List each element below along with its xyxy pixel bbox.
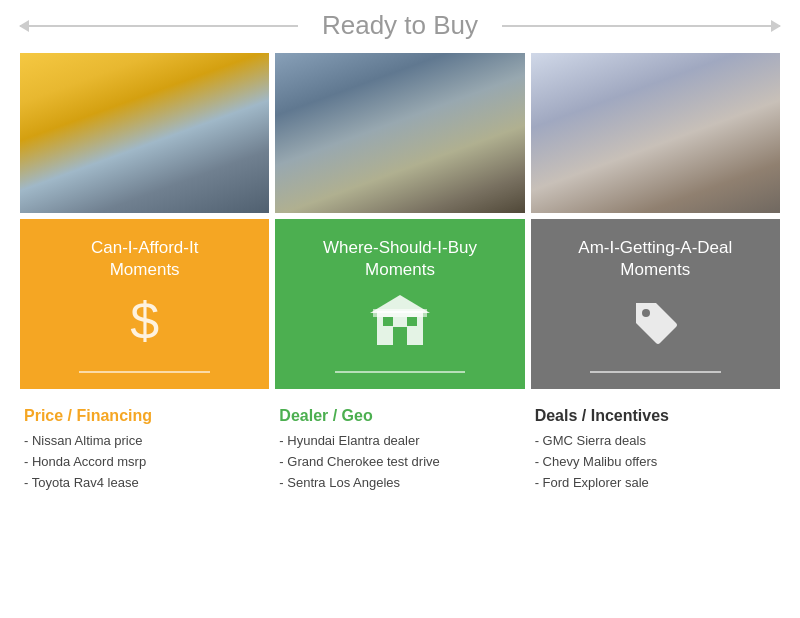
svg-point-17 xyxy=(359,147,377,165)
svg-rect-26 xyxy=(456,161,468,181)
col-dealer: Dealer / Geo Hyundai Elantra dealer Gran… xyxy=(275,407,524,493)
header-row: Ready to Buy xyxy=(20,10,780,41)
card-afford-title: Can-I-Afford-ItMoments xyxy=(91,237,198,281)
list-item: Grand Cherokee test drive xyxy=(279,452,520,473)
col-price: Price / Financing Nissan Altima price Ho… xyxy=(20,407,269,493)
col-price-heading: Price / Financing xyxy=(24,407,265,425)
svg-rect-2 xyxy=(35,63,105,103)
svg-point-48 xyxy=(642,309,650,317)
svg-point-47 xyxy=(671,103,683,123)
svg-rect-28 xyxy=(454,153,478,183)
list-item: GMC Sierra deals xyxy=(535,431,776,452)
svg-point-40 xyxy=(678,151,722,171)
svg-point-21 xyxy=(427,147,445,165)
card-afford-line xyxy=(79,371,209,373)
svg-rect-42 xyxy=(730,138,740,163)
svg-rect-10 xyxy=(280,53,520,113)
card-where-title: Where-Should-I-BuyMoments xyxy=(323,237,477,281)
svg-point-13 xyxy=(288,148,308,168)
page-title: Ready to Buy xyxy=(308,10,492,41)
image-man-table xyxy=(531,53,780,213)
col-dealer-list: Hyundai Elantra dealer Grand Cherokee te… xyxy=(279,431,520,493)
svg-rect-5 xyxy=(65,113,105,183)
svg-line-37 xyxy=(665,141,669,158)
svg-rect-11 xyxy=(280,118,350,156)
svg-rect-3 xyxy=(35,63,105,73)
store-window-left xyxy=(383,317,393,326)
svg-rect-7 xyxy=(175,118,210,148)
right-arrow xyxy=(502,25,780,27)
store-door xyxy=(393,327,407,345)
svg-rect-25 xyxy=(452,151,478,201)
photo2-svg xyxy=(280,53,520,213)
svg-rect-20 xyxy=(430,116,478,130)
svg-rect-16 xyxy=(362,113,412,129)
list-item: Toyota Rav4 lease xyxy=(24,473,265,494)
left-arrow xyxy=(20,25,298,27)
svg-rect-27 xyxy=(458,163,466,177)
col-price-list: Nissan Altima price Honda Accord msrp To… xyxy=(24,431,265,493)
col-deals-list: GMC Sierra deals Chevy Malibu offers For… xyxy=(535,431,776,493)
svg-rect-38 xyxy=(615,153,655,171)
card-where-line xyxy=(335,371,465,373)
col-deals: Deals / Incentives GMC Sierra deals Chev… xyxy=(531,407,780,493)
card-row: Can-I-Afford-ItMoments $ Where-Should-I-… xyxy=(20,219,780,389)
svg-rect-29 xyxy=(535,53,775,213)
svg-rect-33 xyxy=(565,170,745,210)
svg-rect-43 xyxy=(731,135,739,141)
col-deals-heading: Deals / Incentives xyxy=(535,407,776,425)
svg-point-45 xyxy=(633,89,677,117)
tag-svg xyxy=(628,295,682,349)
main-container: Ready to Buy xyxy=(0,0,800,514)
svg-rect-32 xyxy=(555,158,755,170)
svg-rect-39 xyxy=(650,156,685,170)
list-item: Ford Explorer sale xyxy=(535,473,776,494)
svg-point-24 xyxy=(451,122,479,154)
store-window-right xyxy=(407,317,417,326)
col-dealer-heading: Dealer / Geo xyxy=(279,407,520,425)
list-item: Sentra Los Angeles xyxy=(279,473,520,494)
svg-point-18 xyxy=(401,147,419,165)
svg-rect-31 xyxy=(675,58,755,143)
list-item: Nissan Altima price xyxy=(24,431,265,452)
image-cars-lot xyxy=(275,53,524,213)
card-deal: Am-I-Getting-A-DealMoments xyxy=(531,219,780,389)
list-item: Honda Accord msrp xyxy=(24,452,265,473)
image-row xyxy=(20,53,780,213)
svg-rect-30 xyxy=(535,53,775,153)
store-icon xyxy=(373,295,427,345)
card-deal-line xyxy=(590,371,720,373)
dollar-icon: $ xyxy=(130,295,159,347)
text-row: Price / Financing Nissan Altima price Ho… xyxy=(20,407,780,493)
card-deal-title: Am-I-Getting-A-DealMoments xyxy=(578,237,732,281)
svg-line-36 xyxy=(641,141,645,158)
svg-point-22 xyxy=(467,147,485,165)
svg-rect-15 xyxy=(355,123,420,155)
list-item: Chevy Malibu offers xyxy=(535,452,776,473)
svg-point-34 xyxy=(633,91,677,139)
svg-point-4 xyxy=(70,80,100,116)
tag-icon xyxy=(628,295,682,357)
svg-rect-44 xyxy=(661,147,691,158)
svg-rect-9 xyxy=(280,53,520,213)
svg-point-14 xyxy=(328,148,348,168)
svg-rect-23 xyxy=(280,163,520,213)
svg-point-46 xyxy=(627,103,639,123)
list-item: Hyundai Elantra dealer xyxy=(279,431,520,452)
svg-point-41 xyxy=(682,152,718,166)
image-woman-taxi xyxy=(20,53,269,213)
card-where: Where-Should-I-BuyMoments xyxy=(275,219,524,389)
photo1-svg xyxy=(25,53,265,213)
svg-rect-8 xyxy=(215,118,255,148)
svg-rect-1 xyxy=(25,53,115,213)
svg-rect-6 xyxy=(165,113,265,193)
svg-rect-12 xyxy=(288,108,342,126)
photo3-svg xyxy=(535,53,775,213)
store-body xyxy=(377,311,423,345)
card-afford: Can-I-Afford-ItMoments $ xyxy=(20,219,269,389)
svg-rect-19 xyxy=(425,125,485,155)
svg-rect-0 xyxy=(25,53,265,213)
svg-rect-35 xyxy=(623,135,687,190)
